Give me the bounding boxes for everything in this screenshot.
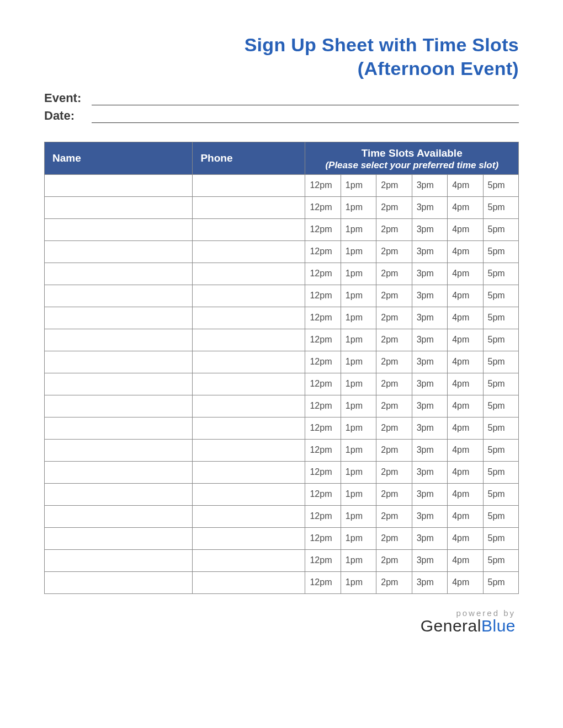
timeslot-cell[interactable]: 4pm — [448, 373, 483, 395]
timeslot-cell[interactable]: 1pm — [341, 351, 376, 373]
timeslot-cell[interactable]: 5pm — [483, 571, 518, 593]
timeslot-cell[interactable]: 3pm — [412, 351, 447, 373]
timeslot-cell[interactable]: 4pm — [448, 505, 483, 527]
name-cell[interactable] — [45, 417, 193, 439]
timeslot-cell[interactable]: 3pm — [412, 461, 447, 483]
timeslot-cell[interactable]: 5pm — [483, 461, 518, 483]
phone-cell[interactable] — [193, 285, 305, 307]
timeslot-cell[interactable]: 12pm — [305, 505, 341, 527]
timeslot-cell[interactable]: 3pm — [412, 307, 447, 329]
phone-cell[interactable] — [193, 483, 305, 505]
name-cell[interactable] — [45, 263, 193, 285]
timeslot-cell[interactable]: 4pm — [448, 285, 483, 307]
timeslot-cell[interactable]: 2pm — [376, 351, 412, 373]
timeslot-cell[interactable]: 2pm — [376, 461, 412, 483]
timeslot-cell[interactable]: 3pm — [412, 285, 447, 307]
phone-cell[interactable] — [193, 174, 305, 196]
phone-cell[interactable] — [193, 263, 305, 285]
timeslot-cell[interactable]: 4pm — [448, 395, 483, 417]
timeslot-cell[interactable]: 3pm — [412, 549, 447, 571]
timeslot-cell[interactable]: 12pm — [305, 373, 341, 395]
phone-cell[interactable] — [193, 527, 305, 549]
timeslot-cell[interactable]: 3pm — [412, 439, 447, 461]
timeslot-cell[interactable]: 2pm — [376, 240, 412, 263]
timeslot-cell[interactable]: 3pm — [412, 527, 447, 549]
timeslot-cell[interactable]: 1pm — [341, 417, 376, 439]
timeslot-cell[interactable]: 4pm — [448, 351, 483, 373]
name-cell[interactable] — [45, 395, 193, 417]
name-cell[interactable] — [45, 307, 193, 329]
timeslot-cell[interactable]: 1pm — [341, 240, 376, 263]
phone-cell[interactable] — [193, 351, 305, 373]
timeslot-cell[interactable]: 1pm — [341, 307, 376, 329]
timeslot-cell[interactable]: 5pm — [483, 527, 518, 549]
phone-cell[interactable] — [193, 218, 305, 240]
phone-cell[interactable] — [193, 439, 305, 461]
timeslot-cell[interactable]: 2pm — [376, 263, 412, 285]
timeslot-cell[interactable]: 4pm — [448, 240, 483, 263]
name-cell[interactable] — [45, 218, 193, 240]
timeslot-cell[interactable]: 4pm — [448, 483, 483, 505]
timeslot-cell[interactable]: 5pm — [483, 351, 518, 373]
timeslot-cell[interactable]: 1pm — [341, 263, 376, 285]
timeslot-cell[interactable]: 2pm — [376, 549, 412, 571]
timeslot-cell[interactable]: 3pm — [412, 218, 447, 240]
timeslot-cell[interactable]: 3pm — [412, 240, 447, 263]
timeslot-cell[interactable]: 4pm — [448, 527, 483, 549]
phone-cell[interactable] — [193, 417, 305, 439]
timeslot-cell[interactable]: 5pm — [483, 263, 518, 285]
timeslot-cell[interactable]: 12pm — [305, 527, 341, 549]
timeslot-cell[interactable]: 2pm — [376, 395, 412, 417]
timeslot-cell[interactable]: 3pm — [412, 505, 447, 527]
name-cell[interactable] — [45, 483, 193, 505]
timeslot-cell[interactable]: 1pm — [341, 329, 376, 351]
timeslot-cell[interactable]: 4pm — [448, 174, 483, 196]
timeslot-cell[interactable]: 12pm — [305, 218, 341, 240]
timeslot-cell[interactable]: 2pm — [376, 505, 412, 527]
timeslot-cell[interactable]: 3pm — [412, 196, 447, 218]
timeslot-cell[interactable]: 4pm — [448, 196, 483, 218]
timeslot-cell[interactable]: 2pm — [376, 174, 412, 196]
name-cell[interactable] — [45, 174, 193, 196]
timeslot-cell[interactable]: 4pm — [448, 307, 483, 329]
timeslot-cell[interactable]: 12pm — [305, 351, 341, 373]
timeslot-cell[interactable]: 4pm — [448, 571, 483, 593]
phone-cell[interactable] — [193, 373, 305, 395]
timeslot-cell[interactable]: 2pm — [376, 483, 412, 505]
timeslot-cell[interactable]: 4pm — [448, 439, 483, 461]
timeslot-cell[interactable]: 12pm — [305, 417, 341, 439]
timeslot-cell[interactable]: 1pm — [341, 218, 376, 240]
phone-cell[interactable] — [193, 196, 305, 218]
timeslot-cell[interactable]: 5pm — [483, 439, 518, 461]
timeslot-cell[interactable]: 4pm — [448, 461, 483, 483]
timeslot-cell[interactable]: 5pm — [483, 196, 518, 218]
timeslot-cell[interactable]: 1pm — [341, 174, 376, 196]
timeslot-cell[interactable]: 1pm — [341, 461, 376, 483]
timeslot-cell[interactable]: 5pm — [483, 285, 518, 307]
name-cell[interactable] — [45, 549, 193, 571]
timeslot-cell[interactable]: 1pm — [341, 395, 376, 417]
name-cell[interactable] — [45, 285, 193, 307]
phone-cell[interactable] — [193, 571, 305, 593]
timeslot-cell[interactable]: 2pm — [376, 285, 412, 307]
timeslot-cell[interactable]: 3pm — [412, 329, 447, 351]
timeslot-cell[interactable]: 12pm — [305, 461, 341, 483]
timeslot-cell[interactable]: 1pm — [341, 196, 376, 218]
timeslot-cell[interactable]: 12pm — [305, 439, 341, 461]
timeslot-cell[interactable]: 5pm — [483, 395, 518, 417]
timeslot-cell[interactable]: 5pm — [483, 373, 518, 395]
timeslot-cell[interactable]: 12pm — [305, 307, 341, 329]
timeslot-cell[interactable]: 12pm — [305, 285, 341, 307]
timeslot-cell[interactable]: 1pm — [341, 527, 376, 549]
timeslot-cell[interactable]: 3pm — [412, 483, 447, 505]
timeslot-cell[interactable]: 4pm — [448, 263, 483, 285]
timeslot-cell[interactable]: 2pm — [376, 196, 412, 218]
phone-cell[interactable] — [193, 307, 305, 329]
timeslot-cell[interactable]: 12pm — [305, 329, 341, 351]
timeslot-cell[interactable]: 1pm — [341, 571, 376, 593]
timeslot-cell[interactable]: 1pm — [341, 549, 376, 571]
timeslot-cell[interactable]: 12pm — [305, 263, 341, 285]
timeslot-cell[interactable]: 5pm — [483, 417, 518, 439]
timeslot-cell[interactable]: 4pm — [448, 417, 483, 439]
timeslot-cell[interactable]: 12pm — [305, 240, 341, 263]
